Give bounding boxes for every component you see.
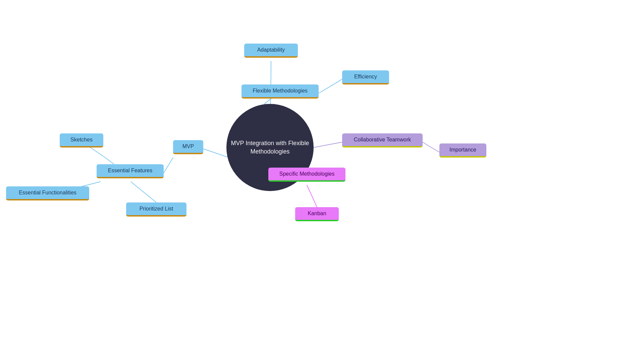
node-prioritized-list[interactable]: Prioritized List <box>126 202 186 217</box>
node-adaptability-label: Adaptability <box>257 47 285 53</box>
center-node-label: MVP Integration with Flexible Methodolog… <box>226 139 314 156</box>
node-collaborative-teamwork[interactable]: Collaborative Teamwork <box>342 133 423 147</box>
node-kanban[interactable]: Kanban <box>295 207 339 221</box>
node-sketches-label: Sketches <box>70 137 93 143</box>
node-kanban-label: Kanban <box>308 210 326 217</box>
node-prioritized-list-label: Prioritized List <box>140 206 173 212</box>
mind-map-container: MVP Integration with Flexible Methodolog… <box>0 0 644 362</box>
node-adaptability[interactable]: Adaptability <box>244 44 298 58</box>
node-collaborative-teamwork-label: Collaborative Teamwork <box>354 137 411 143</box>
node-importance-label: Importance <box>449 147 476 153</box>
node-mvp-label: MVP <box>182 143 194 149</box>
node-specific-methodologies-label: Specific Methodologies <box>279 171 335 177</box>
node-efficiency[interactable]: Efficiency <box>342 70 389 84</box>
node-essential-functionalities-label: Essential Functionalities <box>19 190 76 196</box>
node-flexible-methodologies[interactable]: Flexible Methodologies <box>241 84 319 99</box>
node-essential-features-label: Essential Features <box>108 168 153 174</box>
node-importance[interactable]: Importance <box>439 143 486 158</box>
node-specific-methodologies[interactable]: Specific Methodologies <box>268 168 345 182</box>
node-flexible-methodologies-label: Flexible Methodologies <box>253 88 308 94</box>
node-essential-features[interactable]: Essential Features <box>97 164 164 178</box>
node-mvp[interactable]: MVP <box>173 140 203 154</box>
node-essential-functionalities[interactable]: Essential Functionalities <box>6 186 89 200</box>
node-efficiency-label: Efficiency <box>354 74 377 80</box>
node-sketches[interactable]: Sketches <box>60 133 103 147</box>
